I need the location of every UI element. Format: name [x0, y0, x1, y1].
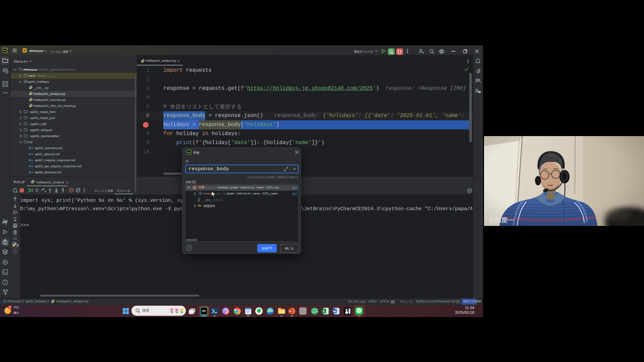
svg-text:M: M — [29, 159, 31, 162]
svg-text:M: M — [29, 146, 31, 150]
svg-text:?: ? — [188, 246, 190, 250]
svg-text:M: M — [29, 153, 31, 156]
svg-text:PC: PC — [187, 152, 190, 154]
svg-text:01: 01 — [198, 200, 200, 201]
svg-text:X: X — [323, 309, 325, 313]
svg-text:2: 2 — [198, 194, 199, 195]
svg-text:P: P — [289, 309, 291, 313]
svg-text:M: M — [29, 165, 31, 168]
svg-text:LINE: LINE — [357, 310, 361, 312]
svg-text:?: ? — [7, 71, 8, 73]
svg-text:W: W — [333, 310, 336, 313]
svg-text:PC: PC — [4, 50, 6, 52]
svg-text:M: M — [29, 171, 31, 174]
svg-text:PC: PC — [202, 309, 206, 313]
